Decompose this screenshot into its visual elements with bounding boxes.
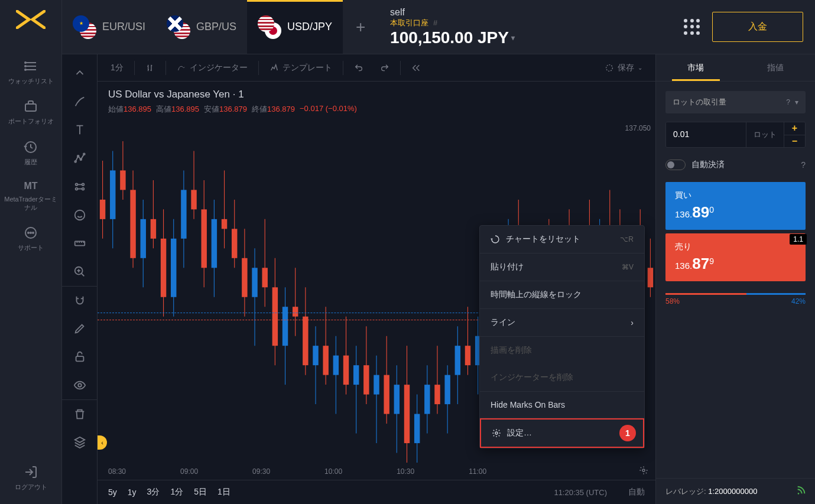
tf-3m[interactable]: 3分	[147, 487, 160, 498]
sell-button[interactable]: 売り 136.879	[665, 233, 806, 281]
svg-rect-94	[444, 375, 450, 404]
tool-lock[interactable]	[62, 343, 97, 371]
tab-gbpusd[interactable]: GBP/US	[156, 0, 247, 54]
panel-tab-market[interactable]: 市場	[656, 54, 736, 81]
nav-metatrader[interactable]: MT MetaTraderターミナル	[0, 173, 61, 219]
redo-button[interactable]	[374, 60, 395, 76]
cm-line[interactable]: ライン›	[480, 309, 644, 336]
svg-rect-86	[404, 385, 410, 443]
tab-usdjpy[interactable]: USD/JPY	[247, 0, 343, 54]
lot-input[interactable]: 0.01	[666, 122, 746, 147]
svg-point-15	[75, 184, 77, 186]
chevron-right-icon: ›	[631, 318, 634, 327]
help-icon[interactable]: ?	[801, 160, 806, 170]
chevron-down-icon[interactable]: ▾	[795, 98, 798, 106]
svg-rect-74	[343, 356, 349, 385]
cm-hide-marks[interactable]: Hide Marks On Bars	[480, 392, 644, 418]
svg-point-10	[33, 232, 34, 233]
lot-decrement[interactable]: −	[784, 135, 805, 148]
svg-point-18	[82, 188, 84, 190]
axis-settings-icon[interactable]	[639, 466, 648, 477]
tool-text[interactable]	[62, 116, 97, 144]
chart-canvas[interactable]: 137.050 ‹ チャートをリセット ⌥R 貼り付け⌘V 時間軸上の縦線をロッ…	[98, 122, 655, 463]
rewind-button[interactable]	[405, 60, 427, 76]
help-icon[interactable]: ?	[786, 98, 790, 106]
svg-rect-60	[272, 287, 278, 346]
tool-patterns[interactable]	[62, 173, 97, 201]
tool-brush[interactable]	[62, 87, 97, 116]
deposit-button[interactable]: 入金	[712, 12, 803, 42]
svg-point-16	[82, 184, 84, 186]
nav-logout[interactable]: ログアウト	[0, 458, 61, 498]
tool-trash[interactable]	[62, 399, 97, 428]
tool-zoom[interactable]	[62, 258, 97, 286]
svg-rect-30	[120, 170, 125, 190]
auto-settle-label: 自動決済	[691, 160, 725, 170]
sentiment-bar	[665, 293, 806, 295]
svg-point-19	[74, 210, 85, 220]
svg-rect-6	[25, 104, 36, 111]
nav-support[interactable]: サポート	[0, 219, 61, 259]
svg-rect-54	[242, 258, 247, 297]
account-info: self 本取引口座 # 100,150.00 JPY▾	[390, 7, 515, 47]
svg-rect-90	[424, 385, 430, 414]
svg-rect-34	[141, 219, 146, 258]
chevron-down-icon[interactable]: ▾	[511, 34, 515, 42]
tf-1y[interactable]: 1y	[128, 487, 137, 497]
svg-rect-28	[110, 170, 115, 219]
tool-pencil[interactable]	[62, 314, 97, 343]
chart-context-menu: チャートをリセット ⌥R 貼り付け⌘V 時間軸上の縦線をロック ライン› 描画を…	[479, 225, 645, 448]
buy-button[interactable]: 買い 136.890	[665, 182, 806, 230]
svg-point-8	[28, 232, 29, 233]
tf-5y[interactable]: 5y	[108, 487, 117, 497]
nav-portfolio[interactable]: ポートフォリオ	[0, 92, 61, 132]
undo-button[interactable]	[348, 60, 369, 76]
apps-grid-icon[interactable]	[684, 19, 700, 35]
tool-emoji[interactable]	[62, 201, 97, 229]
cm-lock-vlines[interactable]: 時間軸上の縦線をロック	[480, 281, 644, 308]
lot-header[interactable]: ロットの取引量 ? ▾	[665, 91, 806, 113]
lot-increment[interactable]: +	[784, 122, 805, 135]
save-button[interactable]: 保存 ⌄	[599, 59, 648, 77]
tool-shapes[interactable]	[62, 144, 97, 173]
cm-settings[interactable]: 設定… 1	[480, 418, 644, 448]
x-axis: 08:3009:0009:3010:0010:3011:00	[98, 463, 655, 480]
nav-history[interactable]: 履歴	[0, 133, 61, 173]
auto-settle-toggle[interactable]	[665, 160, 686, 170]
svg-rect-56	[252, 268, 257, 297]
gear-icon	[492, 428, 501, 438]
cm-reset-chart[interactable]: チャートをリセット ⌥R	[480, 226, 644, 253]
tf-1d[interactable]: 1日	[217, 487, 230, 498]
tf-1m[interactable]: 1分	[170, 487, 183, 498]
tool-cross[interactable]	[62, 59, 97, 87]
indicators-button[interactable]: インジケーター	[171, 59, 254, 77]
svg-rect-66	[303, 317, 308, 365]
auto-label[interactable]: 自動	[628, 487, 645, 498]
topbar: EUR/USI GBP/US USD/JPY + self 本取引口座 # 10…	[62, 0, 815, 54]
svg-rect-48	[212, 219, 217, 268]
cm-paste[interactable]: 貼り付け⌘V	[480, 253, 644, 281]
panel-tab-limit[interactable]: 指値	[736, 54, 816, 81]
timeframe-selector[interactable]: 1分	[105, 59, 129, 77]
tool-layers[interactable]	[62, 428, 97, 456]
tf-5d[interactable]: 5日	[194, 487, 207, 498]
tool-eye[interactable]	[62, 371, 97, 399]
svg-point-136	[642, 469, 645, 472]
templates-button[interactable]: テンプレート	[264, 59, 338, 77]
sentiment-sell-pct: 42%	[791, 297, 806, 305]
tool-ruler[interactable]	[62, 229, 97, 258]
tab-eurusd[interactable]: EUR/USI	[62, 0, 156, 54]
nav-watchlist[interactable]: ウォッチリスト	[0, 52, 61, 92]
svg-rect-82	[384, 375, 389, 414]
tool-magnet[interactable]	[62, 286, 97, 314]
add-tab-button[interactable]: +	[343, 0, 378, 54]
chart-toolbar: 1分 インジケーター テンプレート 保存 ⌄	[98, 54, 655, 82]
chart-type-button[interactable]	[139, 60, 161, 76]
cm-remove-drawings: 描画を削除	[480, 337, 644, 364]
svg-rect-42	[181, 190, 186, 238]
svg-rect-98	[465, 346, 470, 365]
svg-rect-80	[374, 375, 379, 395]
svg-rect-64	[293, 307, 298, 316]
svg-rect-84	[394, 385, 400, 414]
svg-rect-72	[333, 356, 339, 375]
